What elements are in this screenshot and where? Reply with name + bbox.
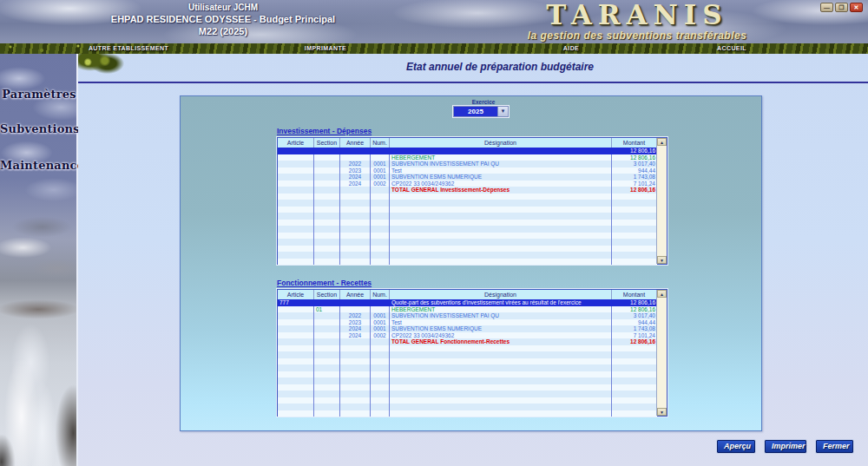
table-row[interactable]: 20240002CP2022 33 0034/2493627 101,24	[278, 180, 657, 187]
annee-cell: 2024	[340, 325, 371, 332]
table-row[interactable]: 20240001SUBVENTION ESMS NUMERIQUE1 743,0…	[278, 174, 657, 180]
table-row[interactable]	[278, 226, 657, 233]
menu-item-accueil[interactable]: ACCUEIL	[717, 45, 746, 51]
table-row[interactable]	[278, 194, 657, 200]
menu-item-autre-etablissement[interactable]: AUTRE ETABLISSEMENT	[89, 45, 168, 51]
annee-cell	[340, 226, 371, 233]
table-row[interactable]	[278, 220, 657, 226]
table-row[interactable]	[278, 377, 657, 384]
designation-cell: HEBERGEMENT	[390, 154, 612, 161]
table-row[interactable]: 01HEBERGEMENT12 806,16	[278, 306, 657, 313]
table-row[interactable]	[278, 207, 657, 213]
table-row[interactable]	[278, 200, 657, 207]
montant-cell: 12 806,16	[612, 187, 657, 194]
section-cell	[314, 226, 340, 233]
designation-cell	[390, 351, 612, 358]
table-row[interactable]	[278, 364, 657, 371]
minimize-button[interactable]: —	[820, 3, 833, 12]
scroll-up-icon[interactable]: ▲	[657, 290, 667, 298]
table-row[interactable]: HEBERGEMENT12 806,16	[278, 154, 657, 161]
table-row[interactable]	[278, 259, 657, 266]
montant-cell	[612, 246, 657, 253]
article-cell	[278, 312, 314, 319]
num-cell	[371, 220, 390, 226]
table-scrollbar[interactable]: ▲▼	[656, 290, 667, 416]
column-header-montant: Montant	[612, 138, 657, 148]
sidebar-item-subventions[interactable]: Subventions	[0, 122, 78, 135]
sidebar-item-parametres[interactable]: Paramètres	[0, 88, 78, 101]
scroll-down-icon[interactable]: ▼	[657, 256, 667, 264]
num-cell	[371, 371, 390, 378]
column-header-article: Article	[278, 138, 314, 148]
table-row[interactable]	[278, 358, 657, 365]
exercice-dropdown[interactable]: 2025 ▼	[453, 106, 509, 117]
num-cell	[371, 397, 390, 404]
imprimer-button[interactable]: Imprimer	[765, 440, 806, 453]
table-row[interactable]	[278, 345, 657, 352]
menu-item-imprimante[interactable]: IMPRIMANTE	[305, 45, 346, 51]
table-row[interactable]: 20240001SUBVENTION ESMS NUMERIQUE1 743,0…	[278, 325, 657, 332]
num-cell	[371, 364, 390, 371]
table-row[interactable]	[278, 233, 657, 240]
maximize-button[interactable]: ❐	[835, 3, 848, 12]
table-row[interactable]: 20230001Test944,44	[278, 319, 657, 326]
exercice-group: Exercice 2025 ▼	[453, 99, 514, 117]
table-row[interactable]	[278, 351, 657, 358]
table-row[interactable]	[278, 246, 657, 253]
section-cell	[314, 351, 340, 358]
table-row[interactable]: 20220001SUBVENTION INVESTISSEMENT PAI QU…	[278, 161, 657, 167]
apercu-button[interactable]: Aperçu	[717, 440, 755, 453]
annee-cell	[340, 397, 371, 404]
designation-cell	[390, 397, 612, 404]
section-cell	[314, 364, 340, 371]
num-cell: 0001	[371, 312, 390, 319]
table-row[interactable]	[278, 384, 657, 391]
num-cell	[371, 246, 390, 253]
table-scrollbar[interactable]: ▲▼	[656, 138, 667, 264]
designation-cell	[390, 404, 612, 410]
table-row[interactable]: TOTAL GENERAL Fonctionnement-Recettes12 …	[278, 338, 657, 345]
table-row[interactable]	[278, 410, 657, 417]
fermer-button[interactable]: Fermer	[816, 440, 853, 453]
article-cell	[278, 358, 314, 365]
table-row[interactable]: TOTAL GENERAL Investissement-Dépenses12 …	[278, 187, 657, 194]
section-cell	[314, 246, 340, 253]
table-row[interactable]: 777Quote-part des subventions d'investis…	[278, 299, 657, 306]
designation-cell	[390, 200, 612, 207]
montant-cell: 3 017,40	[612, 312, 657, 319]
article-cell	[278, 187, 314, 194]
annee-cell	[340, 371, 371, 378]
table-row[interactable]	[278, 252, 657, 259]
main-panel: Exercice 2025 ▼ Investissement - Dépense…	[180, 95, 762, 431]
table-row[interactable]	[278, 397, 657, 404]
montant-cell	[612, 384, 657, 391]
sidebar-item-maintenance[interactable]: Maintenance	[0, 159, 78, 172]
montant-cell	[612, 377, 657, 384]
annee-cell	[340, 358, 371, 365]
table-row[interactable]	[278, 239, 657, 246]
article-cell	[278, 306, 314, 313]
dropdown-arrow-icon[interactable]: ▼	[497, 107, 508, 116]
table-row[interactable]: 12 806,16	[278, 148, 657, 154]
table-row[interactable]: 20220001SUBVENTION INVESTISSEMENT PAI QU…	[278, 312, 657, 319]
header-divider	[78, 82, 868, 83]
scroll-down-icon[interactable]: ▼	[657, 408, 667, 416]
scroll-up-icon[interactable]: ▲	[657, 138, 667, 146]
article-cell	[278, 220, 314, 226]
designation-cell: Test	[390, 319, 612, 326]
table-row[interactable]	[278, 371, 657, 378]
table-row[interactable]	[278, 391, 657, 397]
designation-cell	[390, 384, 612, 391]
table-row[interactable]	[278, 404, 657, 410]
montant-cell	[612, 200, 657, 207]
designation-cell: CP2022 33 0034/249362	[390, 180, 612, 187]
table-row[interactable]	[278, 213, 657, 220]
table-row[interactable]: 20230001Test944,44	[278, 167, 657, 174]
section-cell	[314, 259, 340, 266]
section-cell	[314, 200, 340, 207]
menu-item-aide[interactable]: AIDE	[563, 45, 579, 51]
taranis-window: Utilisateur JCHM EHPAD RESIDENCE ODYSSEE…	[0, 0, 868, 466]
table-row[interactable]: 20240002CP2022 33 0034/2493627 101,24	[278, 332, 657, 339]
close-button[interactable]: ✕	[850, 3, 863, 12]
num-cell	[371, 358, 390, 365]
